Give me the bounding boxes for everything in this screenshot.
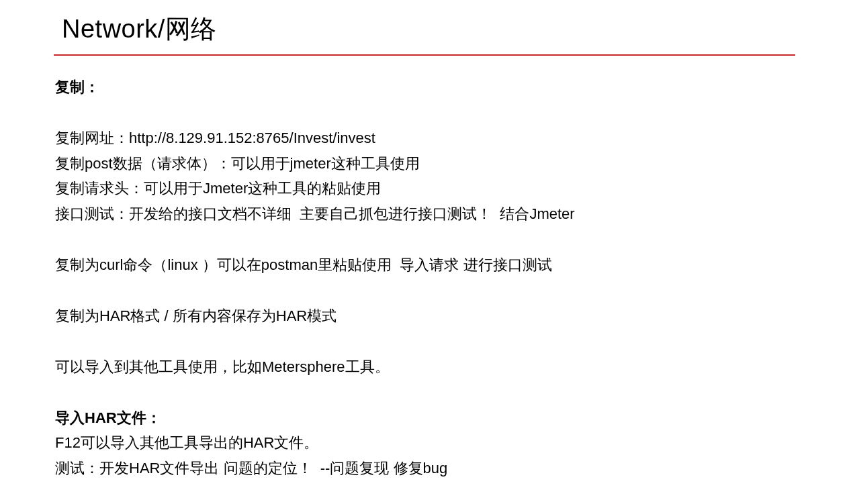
section-copy-heading: 复制：: [55, 74, 795, 100]
body-content: 复制： 复制网址：http://8.129.91.152:8765/Invest…: [54, 74, 795, 481]
section-copy-heading-block: 复制：: [55, 74, 795, 100]
slide-title: Network/网络: [54, 0, 795, 53]
curl-line-block: 复制为curl命令（linux ）可以在postman里粘贴使用 导入请求 进行…: [55, 252, 795, 278]
test-export-line: 测试：开发HAR文件导出 问题的定位！ --问题复现 修复bug: [55, 456, 795, 481]
section-copy-lines: 复制网址：http://8.129.91.152:8765/Invest/inv…: [55, 125, 795, 227]
section-import-har: 导入HAR文件： F12可以导入其他工具导出的HAR文件。 测试：开发HAR文件…: [55, 405, 795, 481]
har-format-line: 复制为HAR格式 / 所有内容保存为HAR模式: [55, 303, 795, 329]
metersphere-line: 可以导入到其他工具使用，比如Metersphere工具。: [55, 354, 795, 380]
copy-post-line: 复制post数据（请求体）：可以用于jmeter这种工具使用: [55, 151, 795, 177]
curl-line: 复制为curl命令（linux ）可以在postman里粘贴使用 导入请求 进行…: [55, 252, 795, 278]
metersphere-line-block: 可以导入到其他工具使用，比如Metersphere工具。: [55, 354, 795, 380]
import-har-heading: 导入HAR文件：: [55, 405, 795, 431]
f12-import-line: F12可以导入其他工具导出的HAR文件。: [55, 430, 795, 456]
copy-url-line: 复制网址：http://8.129.91.152:8765/Invest/inv…: [55, 125, 795, 151]
copy-headers-line: 复制请求头：可以用于Jmeter这种工具的粘贴使用: [55, 176, 795, 201]
slide-content: Network/网络 复制： 复制网址：http://8.129.91.152:…: [0, 0, 849, 481]
title-underline: [54, 54, 795, 56]
api-test-line: 接口测试：开发给的接口文档不详细 主要自己抓包进行接口测试！ 结合Jmeter: [55, 201, 795, 227]
har-format-line-block: 复制为HAR格式 / 所有内容保存为HAR模式: [55, 303, 795, 329]
